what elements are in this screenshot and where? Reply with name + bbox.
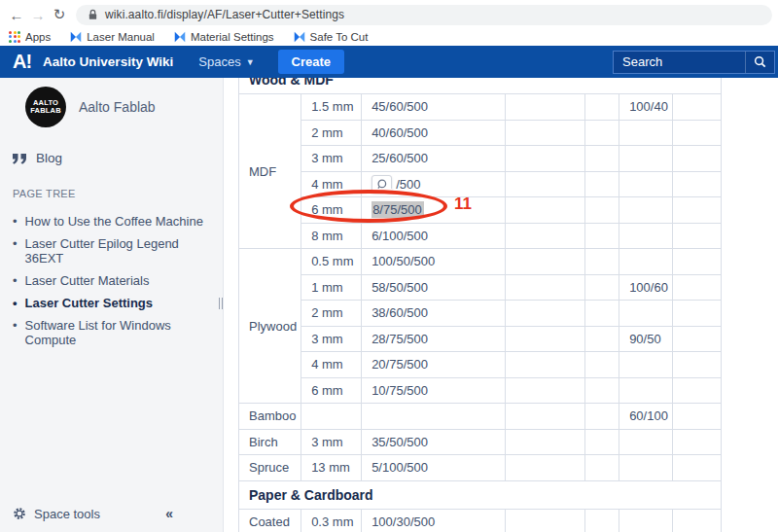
setting-cell-selected: 8/75/500 xyxy=(362,197,506,224)
table-cell xyxy=(506,404,585,430)
table-row: Birch 3 mm 35/50/500 xyxy=(239,429,722,455)
table-cell xyxy=(585,120,619,146)
thickness-cell: 4 mm xyxy=(301,171,362,197)
table-cell xyxy=(619,352,673,378)
setting-cell: 45/60/500 xyxy=(362,94,506,121)
table-cell: 60/100 xyxy=(619,404,673,430)
bookmark-safe-to-cut[interactable]: Safe To Cut xyxy=(294,31,369,43)
tree-item-epilog-legend[interactable]: Laser Cutter Epilog Legend 36EXT xyxy=(0,232,223,269)
table-cell: 100/60 xyxy=(619,274,673,301)
page-tree-heading: PAGE TREE xyxy=(13,188,223,199)
table-cell xyxy=(672,404,721,430)
table-cell xyxy=(506,120,585,146)
table-cell xyxy=(672,301,721,327)
table-cell xyxy=(585,301,619,327)
tree-item-coffee-machine[interactable]: How to Use the Coffee Machine xyxy=(0,210,223,232)
spaces-menu[interactable]: Spaces ▼ xyxy=(198,54,254,69)
blog-label: Blog xyxy=(36,151,62,165)
table-cell xyxy=(585,404,619,430)
table-cell xyxy=(672,377,721,404)
apps-shortcut[interactable]: Apps xyxy=(9,31,51,43)
forward-button[interactable]: → xyxy=(27,7,49,23)
space-tools[interactable]: Space tools « xyxy=(13,506,210,521)
search-icon[interactable] xyxy=(745,52,774,73)
bookmark-laser-manual[interactable]: Laser Manual xyxy=(70,31,155,43)
tree-item-label: Software List for Windows Compute xyxy=(25,318,213,347)
tree-item-laser-materials[interactable]: Laser Cutter Materials xyxy=(0,269,223,292)
tree-item-label: Laser Cutter Settings xyxy=(25,296,153,310)
table-cell xyxy=(585,326,619,352)
bookmark-label: Material Settings xyxy=(191,31,274,43)
table-cell xyxy=(506,94,585,121)
table-cell xyxy=(619,301,673,327)
space-name[interactable]: Aalto Fablab xyxy=(79,99,156,115)
thickness-cell: 3 mm xyxy=(301,326,362,352)
table-cell xyxy=(619,223,673,249)
selected-text: 8/75/500 xyxy=(371,201,424,218)
back-button[interactable]: ← xyxy=(6,7,27,23)
site-title[interactable]: Aalto University Wiki xyxy=(43,54,173,69)
table-cell xyxy=(585,171,619,197)
space-logo-text: FABLAB xyxy=(30,107,61,115)
space-header[interactable]: AALTO FABLAB Aalto Fablab xyxy=(25,87,223,127)
setting-cell: 20/75/500 xyxy=(362,352,506,378)
table-cell xyxy=(585,377,619,404)
tree-item-laser-settings[interactable]: Laser Cutter Settings xyxy=(0,292,223,314)
table-cell xyxy=(619,249,673,275)
table-section-row: Paper & Cardboard xyxy=(239,480,722,509)
table-cell xyxy=(585,94,619,121)
table-section-row: Wood & MDF xyxy=(239,78,722,94)
thickness-cell: 0.5 mm xyxy=(301,249,362,275)
collapse-sidebar-icon[interactable]: « xyxy=(165,506,173,521)
table-cell xyxy=(619,455,673,481)
table-cell xyxy=(672,326,721,352)
table-cell xyxy=(672,274,721,301)
chevron-down-icon: ▼ xyxy=(246,57,255,67)
table-row: 2 mm 38/60/500 xyxy=(239,301,722,327)
spaces-label: Spaces xyxy=(198,54,240,69)
browser-toolbar: ← → ↻ wiki.aalto.fi/display/AF/Laser+Cut… xyxy=(0,0,778,27)
table-cell: 100/40 xyxy=(619,94,673,121)
table-cell xyxy=(506,352,585,378)
table-cell xyxy=(672,429,721,455)
table-cell xyxy=(506,171,585,197)
table-cell xyxy=(619,429,673,455)
table-cell xyxy=(506,223,585,249)
comment-bubble-tail xyxy=(379,189,393,196)
table-cell xyxy=(619,146,673,172)
table-row: MDF 1.5 mm 45/60/500 100/40 xyxy=(239,94,722,121)
material-cell: Bamboo xyxy=(239,404,301,430)
create-button[interactable]: Create xyxy=(278,50,344,74)
bookmark-material-settings[interactable]: Material Settings xyxy=(174,31,274,43)
table-row: Coated 0.3 mm 100/30/500 xyxy=(239,509,722,532)
table-cell xyxy=(672,249,721,275)
page-content: Wood & MDF MDF 1.5 mm 45/60/500 100/40 2… xyxy=(224,78,778,532)
table-cell xyxy=(672,197,721,224)
table-row: 8 mm 6/100/500 xyxy=(239,223,722,249)
tree-item-label: How to Use the Coffee Machine xyxy=(25,214,203,229)
thickness-cell: 3 mm xyxy=(301,429,362,455)
page-tree: How to Use the Coffee Machine Laser Cutt… xyxy=(0,210,223,351)
browser-chrome: ← → ↻ wiki.aalto.fi/display/AF/Laser+Cut… xyxy=(0,0,778,46)
table-row: 2 mm 40/60/500 xyxy=(239,120,722,146)
reload-button[interactable]: ↻ xyxy=(49,6,70,23)
apps-grid-icon xyxy=(9,31,20,43)
sidebar-item-blog[interactable]: Blog xyxy=(13,151,223,165)
setting-cell: 100/50/500 xyxy=(362,249,506,275)
thickness-cell xyxy=(301,404,362,430)
address-bar[interactable]: wiki.aalto.fi/display/AF/Laser+Cutter+Se… xyxy=(76,5,772,25)
gear-icon xyxy=(13,507,26,520)
material-cell: MDF xyxy=(239,94,301,249)
table-cell xyxy=(672,120,721,146)
search-placeholder: Search xyxy=(622,54,745,69)
table-row: Bamboo 60/100 xyxy=(239,404,722,430)
table-cell xyxy=(619,197,673,224)
thickness-cell: 1.5 mm xyxy=(301,94,362,121)
aalto-logo[interactable]: A! xyxy=(13,51,31,73)
annotation-number: 11 xyxy=(454,195,472,214)
table-cell xyxy=(619,509,673,532)
tree-item-software-list[interactable]: Software List for Windows Compute xyxy=(0,314,223,351)
setting-cell: 40/60/500 xyxy=(362,120,506,146)
search-input[interactable]: Search xyxy=(613,51,775,74)
table-row-highlighted: 6 mm 8/75/500 xyxy=(239,197,722,224)
